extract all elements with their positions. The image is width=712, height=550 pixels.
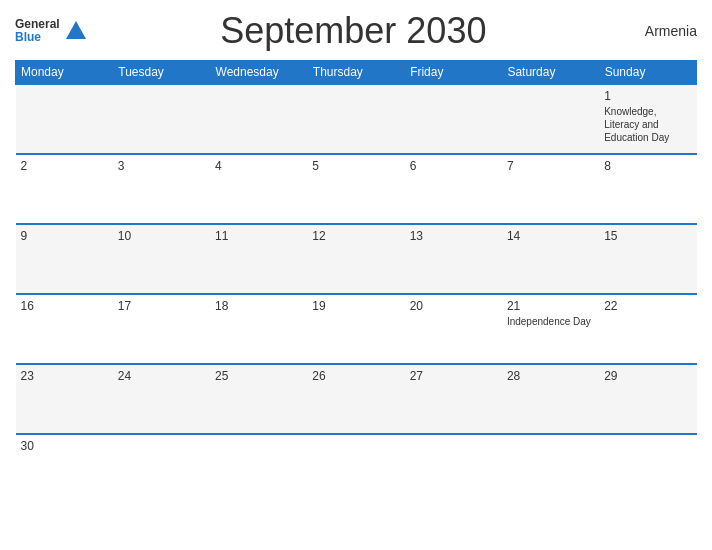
day-number: 24 (118, 369, 205, 383)
calendar-table: Monday Tuesday Wednesday Thursday Friday… (15, 60, 697, 504)
calendar-day-cell (405, 84, 502, 154)
calendar-day-cell: 9 (16, 224, 113, 294)
day-number: 7 (507, 159, 594, 173)
calendar-day-cell: 16 (16, 294, 113, 364)
calendar-day-cell: 5 (307, 154, 404, 224)
calendar-header: Monday Tuesday Wednesday Thursday Friday… (16, 61, 697, 85)
calendar-day-cell (16, 84, 113, 154)
day-number: 2 (21, 159, 108, 173)
calendar-day-cell: 30 (16, 434, 113, 504)
day-number: 21 (507, 299, 594, 313)
day-number: 25 (215, 369, 302, 383)
day-number: 4 (215, 159, 302, 173)
day-number: 27 (410, 369, 497, 383)
col-thursday: Thursday (307, 61, 404, 85)
day-number: 30 (21, 439, 108, 453)
calendar-body: 1Knowledge, Literacy and Education Day23… (16, 84, 697, 504)
days-header-row: Monday Tuesday Wednesday Thursday Friday… (16, 61, 697, 85)
calendar-day-cell: 8 (599, 154, 696, 224)
calendar-day-cell (210, 84, 307, 154)
calendar-day-cell: 11 (210, 224, 307, 294)
calendar-day-cell: 13 (405, 224, 502, 294)
col-sunday: Sunday (599, 61, 696, 85)
calendar-day-cell: 3 (113, 154, 210, 224)
holiday-label: Independence Day (507, 315, 594, 328)
day-number: 11 (215, 229, 302, 243)
calendar-week-row: 23242526272829 (16, 364, 697, 434)
calendar-day-cell: 15 (599, 224, 696, 294)
day-number: 9 (21, 229, 108, 243)
svg-marker-0 (66, 21, 86, 39)
calendar-day-cell: 25 (210, 364, 307, 434)
day-number: 12 (312, 229, 399, 243)
calendar-day-cell: 7 (502, 154, 599, 224)
day-number: 17 (118, 299, 205, 313)
day-number: 5 (312, 159, 399, 173)
calendar-day-cell (307, 84, 404, 154)
calendar-day-cell: 28 (502, 364, 599, 434)
day-number: 10 (118, 229, 205, 243)
col-saturday: Saturday (502, 61, 599, 85)
calendar-day-cell: 12 (307, 224, 404, 294)
calendar-day-cell: 22 (599, 294, 696, 364)
calendar-day-cell: 27 (405, 364, 502, 434)
day-number: 13 (410, 229, 497, 243)
calendar-week-row: 161718192021Independence Day22 (16, 294, 697, 364)
day-number: 16 (21, 299, 108, 313)
calendar-day-cell: 2 (16, 154, 113, 224)
calendar-day-cell: 19 (307, 294, 404, 364)
calendar-day-cell: 4 (210, 154, 307, 224)
calendar-day-cell (502, 84, 599, 154)
calendar-day-cell (405, 434, 502, 504)
calendar-day-cell: 20 (405, 294, 502, 364)
calendar-day-cell: 17 (113, 294, 210, 364)
calendar-page: General Blue September 2030 Armenia Mond… (0, 0, 712, 550)
logo-icon (62, 17, 90, 45)
country-label: Armenia (617, 23, 697, 39)
day-number: 1 (604, 89, 691, 103)
logo-blue-text: Blue (15, 31, 60, 44)
calendar-day-cell: 10 (113, 224, 210, 294)
calendar-day-cell (113, 434, 210, 504)
logo: General Blue (15, 17, 90, 45)
calendar-day-cell (210, 434, 307, 504)
calendar-day-cell: 26 (307, 364, 404, 434)
calendar-week-row: 30 (16, 434, 697, 504)
day-number: 14 (507, 229, 594, 243)
day-number: 20 (410, 299, 497, 313)
calendar-day-cell (307, 434, 404, 504)
col-friday: Friday (405, 61, 502, 85)
day-number: 6 (410, 159, 497, 173)
calendar-day-cell: 24 (113, 364, 210, 434)
header: General Blue September 2030 Armenia (15, 10, 697, 52)
col-tuesday: Tuesday (113, 61, 210, 85)
calendar-day-cell: 1Knowledge, Literacy and Education Day (599, 84, 696, 154)
calendar-day-cell (502, 434, 599, 504)
holiday-label: Knowledge, Literacy and Education Day (604, 105, 691, 144)
day-number: 15 (604, 229, 691, 243)
col-monday: Monday (16, 61, 113, 85)
calendar-week-row: 1Knowledge, Literacy and Education Day (16, 84, 697, 154)
calendar-title: September 2030 (90, 10, 617, 52)
calendar-day-cell (599, 434, 696, 504)
day-number: 29 (604, 369, 691, 383)
day-number: 19 (312, 299, 399, 313)
day-number: 28 (507, 369, 594, 383)
day-number: 26 (312, 369, 399, 383)
calendar-day-cell: 18 (210, 294, 307, 364)
calendar-day-cell: 23 (16, 364, 113, 434)
calendar-day-cell: 21Independence Day (502, 294, 599, 364)
calendar-day-cell: 14 (502, 224, 599, 294)
calendar-week-row: 9101112131415 (16, 224, 697, 294)
calendar-day-cell: 6 (405, 154, 502, 224)
calendar-week-row: 2345678 (16, 154, 697, 224)
day-number: 23 (21, 369, 108, 383)
day-number: 3 (118, 159, 205, 173)
day-number: 22 (604, 299, 691, 313)
day-number: 18 (215, 299, 302, 313)
col-wednesday: Wednesday (210, 61, 307, 85)
calendar-day-cell (113, 84, 210, 154)
day-number: 8 (604, 159, 691, 173)
calendar-day-cell: 29 (599, 364, 696, 434)
